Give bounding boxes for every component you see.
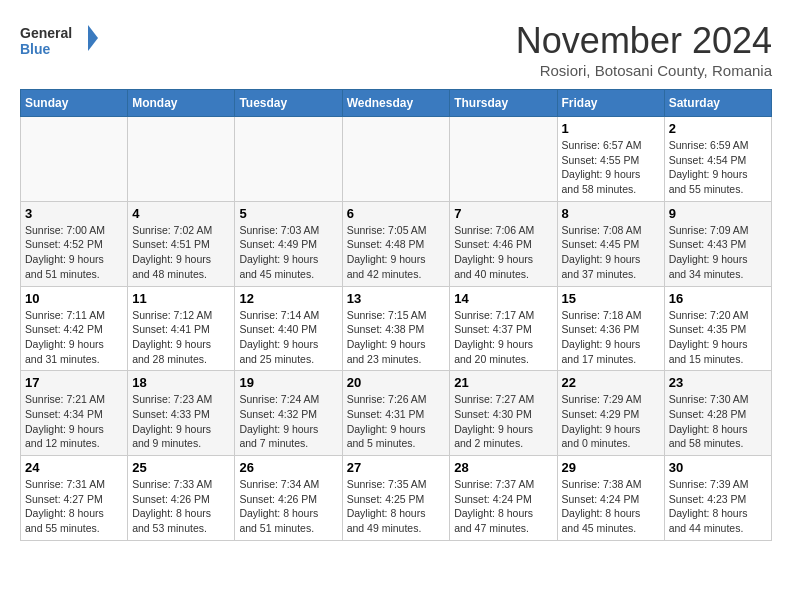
subtitle: Rosiori, Botosani County, Romania [516, 62, 772, 79]
header-cell-thursday: Thursday [450, 90, 557, 117]
day-info: Sunrise: 7:21 AM Sunset: 4:34 PM Dayligh… [25, 392, 123, 451]
day-number: 16 [669, 291, 767, 306]
day-info: Sunrise: 7:37 AM Sunset: 4:24 PM Dayligh… [454, 477, 552, 536]
week-row-5: 24Sunrise: 7:31 AM Sunset: 4:27 PM Dayli… [21, 456, 772, 541]
day-number: 11 [132, 291, 230, 306]
day-number: 15 [562, 291, 660, 306]
day-cell: 13Sunrise: 7:15 AM Sunset: 4:38 PM Dayli… [342, 286, 450, 371]
day-info: Sunrise: 7:15 AM Sunset: 4:38 PM Dayligh… [347, 308, 446, 367]
day-info: Sunrise: 7:26 AM Sunset: 4:31 PM Dayligh… [347, 392, 446, 451]
day-cell: 12Sunrise: 7:14 AM Sunset: 4:40 PM Dayli… [235, 286, 342, 371]
week-row-3: 10Sunrise: 7:11 AM Sunset: 4:42 PM Dayli… [21, 286, 772, 371]
svg-text:Blue: Blue [20, 41, 51, 57]
svg-marker-2 [88, 25, 98, 51]
day-info: Sunrise: 6:59 AM Sunset: 4:54 PM Dayligh… [669, 138, 767, 197]
day-number: 23 [669, 375, 767, 390]
day-info: Sunrise: 7:33 AM Sunset: 4:26 PM Dayligh… [132, 477, 230, 536]
day-info: Sunrise: 6:57 AM Sunset: 4:55 PM Dayligh… [562, 138, 660, 197]
day-info: Sunrise: 7:38 AM Sunset: 4:24 PM Dayligh… [562, 477, 660, 536]
day-number: 18 [132, 375, 230, 390]
day-cell: 23Sunrise: 7:30 AM Sunset: 4:28 PM Dayli… [664, 371, 771, 456]
month-title: November 2024 [516, 20, 772, 62]
header-cell-saturday: Saturday [664, 90, 771, 117]
day-info: Sunrise: 7:34 AM Sunset: 4:26 PM Dayligh… [239, 477, 337, 536]
day-info: Sunrise: 7:24 AM Sunset: 4:32 PM Dayligh… [239, 392, 337, 451]
header-cell-friday: Friday [557, 90, 664, 117]
day-info: Sunrise: 7:02 AM Sunset: 4:51 PM Dayligh… [132, 223, 230, 282]
day-cell [128, 117, 235, 202]
day-cell: 22Sunrise: 7:29 AM Sunset: 4:29 PM Dayli… [557, 371, 664, 456]
day-info: Sunrise: 7:08 AM Sunset: 4:45 PM Dayligh… [562, 223, 660, 282]
day-number: 7 [454, 206, 552, 221]
day-cell: 28Sunrise: 7:37 AM Sunset: 4:24 PM Dayli… [450, 456, 557, 541]
day-cell: 25Sunrise: 7:33 AM Sunset: 4:26 PM Dayli… [128, 456, 235, 541]
day-info: Sunrise: 7:14 AM Sunset: 4:40 PM Dayligh… [239, 308, 337, 367]
svg-text:General: General [20, 25, 72, 41]
day-cell: 27Sunrise: 7:35 AM Sunset: 4:25 PM Dayli… [342, 456, 450, 541]
day-number: 27 [347, 460, 446, 475]
day-number: 29 [562, 460, 660, 475]
day-info: Sunrise: 7:18 AM Sunset: 4:36 PM Dayligh… [562, 308, 660, 367]
calendar-table: SundayMondayTuesdayWednesdayThursdayFrid… [20, 89, 772, 541]
day-number: 22 [562, 375, 660, 390]
logo: General Blue [20, 20, 100, 65]
day-cell: 3Sunrise: 7:00 AM Sunset: 4:52 PM Daylig… [21, 201, 128, 286]
day-number: 20 [347, 375, 446, 390]
day-info: Sunrise: 7:09 AM Sunset: 4:43 PM Dayligh… [669, 223, 767, 282]
day-info: Sunrise: 7:03 AM Sunset: 4:49 PM Dayligh… [239, 223, 337, 282]
day-cell: 10Sunrise: 7:11 AM Sunset: 4:42 PM Dayli… [21, 286, 128, 371]
day-info: Sunrise: 7:23 AM Sunset: 4:33 PM Dayligh… [132, 392, 230, 451]
day-cell: 1Sunrise: 6:57 AM Sunset: 4:55 PM Daylig… [557, 117, 664, 202]
day-cell: 24Sunrise: 7:31 AM Sunset: 4:27 PM Dayli… [21, 456, 128, 541]
day-cell: 15Sunrise: 7:18 AM Sunset: 4:36 PM Dayli… [557, 286, 664, 371]
day-number: 10 [25, 291, 123, 306]
day-cell: 30Sunrise: 7:39 AM Sunset: 4:23 PM Dayli… [664, 456, 771, 541]
day-cell: 2Sunrise: 6:59 AM Sunset: 4:54 PM Daylig… [664, 117, 771, 202]
header-cell-sunday: Sunday [21, 90, 128, 117]
day-info: Sunrise: 7:29 AM Sunset: 4:29 PM Dayligh… [562, 392, 660, 451]
day-cell: 7Sunrise: 7:06 AM Sunset: 4:46 PM Daylig… [450, 201, 557, 286]
day-cell: 11Sunrise: 7:12 AM Sunset: 4:41 PM Dayli… [128, 286, 235, 371]
day-number: 26 [239, 460, 337, 475]
day-info: Sunrise: 7:30 AM Sunset: 4:28 PM Dayligh… [669, 392, 767, 451]
day-cell: 5Sunrise: 7:03 AM Sunset: 4:49 PM Daylig… [235, 201, 342, 286]
day-info: Sunrise: 7:39 AM Sunset: 4:23 PM Dayligh… [669, 477, 767, 536]
day-cell: 6Sunrise: 7:05 AM Sunset: 4:48 PM Daylig… [342, 201, 450, 286]
day-number: 3 [25, 206, 123, 221]
header-cell-monday: Monday [128, 90, 235, 117]
title-section: November 2024 Rosiori, Botosani County, … [516, 20, 772, 79]
day-number: 25 [132, 460, 230, 475]
day-info: Sunrise: 7:20 AM Sunset: 4:35 PM Dayligh… [669, 308, 767, 367]
day-cell: 29Sunrise: 7:38 AM Sunset: 4:24 PM Dayli… [557, 456, 664, 541]
day-cell: 26Sunrise: 7:34 AM Sunset: 4:26 PM Dayli… [235, 456, 342, 541]
day-info: Sunrise: 7:17 AM Sunset: 4:37 PM Dayligh… [454, 308, 552, 367]
day-cell: 21Sunrise: 7:27 AM Sunset: 4:30 PM Dayli… [450, 371, 557, 456]
day-number: 12 [239, 291, 337, 306]
week-row-4: 17Sunrise: 7:21 AM Sunset: 4:34 PM Dayli… [21, 371, 772, 456]
day-number: 5 [239, 206, 337, 221]
day-cell: 14Sunrise: 7:17 AM Sunset: 4:37 PM Dayli… [450, 286, 557, 371]
header-cell-tuesday: Tuesday [235, 90, 342, 117]
day-cell [235, 117, 342, 202]
day-cell: 20Sunrise: 7:26 AM Sunset: 4:31 PM Dayli… [342, 371, 450, 456]
day-number: 24 [25, 460, 123, 475]
day-cell: 19Sunrise: 7:24 AM Sunset: 4:32 PM Dayli… [235, 371, 342, 456]
day-cell: 18Sunrise: 7:23 AM Sunset: 4:33 PM Dayli… [128, 371, 235, 456]
day-number: 6 [347, 206, 446, 221]
day-number: 14 [454, 291, 552, 306]
day-info: Sunrise: 7:12 AM Sunset: 4:41 PM Dayligh… [132, 308, 230, 367]
day-number: 30 [669, 460, 767, 475]
day-number: 8 [562, 206, 660, 221]
day-number: 9 [669, 206, 767, 221]
day-number: 4 [132, 206, 230, 221]
day-number: 2 [669, 121, 767, 136]
day-cell: 17Sunrise: 7:21 AM Sunset: 4:34 PM Dayli… [21, 371, 128, 456]
day-cell: 4Sunrise: 7:02 AM Sunset: 4:51 PM Daylig… [128, 201, 235, 286]
day-number: 28 [454, 460, 552, 475]
day-number: 17 [25, 375, 123, 390]
day-cell [21, 117, 128, 202]
day-info: Sunrise: 7:11 AM Sunset: 4:42 PM Dayligh… [25, 308, 123, 367]
day-info: Sunrise: 7:05 AM Sunset: 4:48 PM Dayligh… [347, 223, 446, 282]
day-cell: 9Sunrise: 7:09 AM Sunset: 4:43 PM Daylig… [664, 201, 771, 286]
day-info: Sunrise: 7:27 AM Sunset: 4:30 PM Dayligh… [454, 392, 552, 451]
